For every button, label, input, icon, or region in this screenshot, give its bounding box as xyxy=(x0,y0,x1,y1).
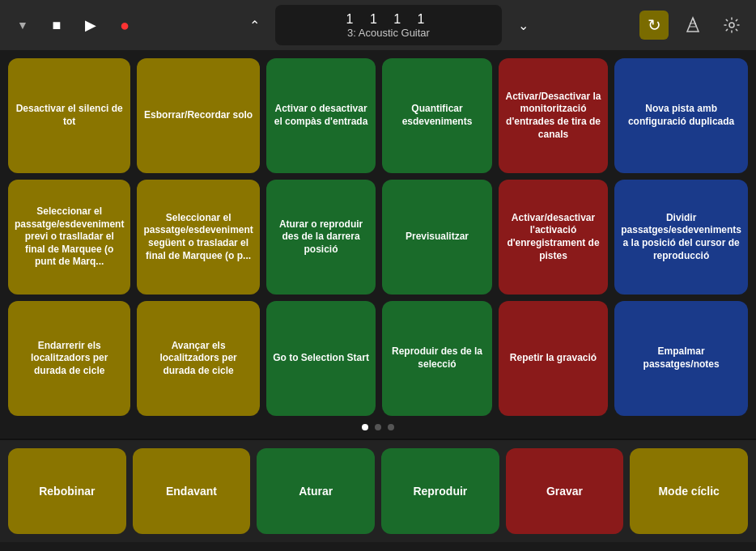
position-numbers: 1 1 1 1 xyxy=(346,12,431,27)
grid-button-10[interactable]: Previsualitzar xyxy=(382,180,491,295)
pagination xyxy=(8,416,748,439)
grid-button-11[interactable]: Activar/desactivar l'activació d'enregis… xyxy=(499,180,608,295)
chevron-up-button[interactable]: ⌃ xyxy=(240,11,269,40)
bottom-bar: RebobinarEndavantAturarReproduirGravarMo… xyxy=(0,439,756,542)
grid-button-14[interactable]: Avançar els localitzadors per durada de … xyxy=(137,301,259,416)
main-area: Desactivar el silenci de totEsborrar/Rec… xyxy=(0,50,756,439)
grid-button-9[interactable]: Aturar o reproduir des de la darrera pos… xyxy=(266,180,376,295)
top-bar: ▼ ■ ▶ ● ⌃ 1 1 1 1 3: Acoustic Guitar ⌄ ↻ xyxy=(0,0,756,50)
grid-button-15[interactable]: Go to Selection Start xyxy=(266,301,376,416)
metronome-button[interactable] xyxy=(678,11,707,40)
button-grid: Desactivar el silenci de totEsborrar/Rec… xyxy=(8,58,748,416)
grid-button-7[interactable]: Seleccionar el passatge/esdeveniment pre… xyxy=(8,180,130,295)
bottom-button-5[interactable]: Gravar xyxy=(506,448,624,534)
grid-button-12[interactable]: Dividir passatges/esdeveniments a la pos… xyxy=(614,180,748,295)
chevron-down-button[interactable]: ⌄ xyxy=(508,11,537,40)
grid-button-13[interactable]: Endarrerir els localitzadors per durada … xyxy=(8,301,130,416)
grid-button-2[interactable]: Esborrar/Recordar solo xyxy=(137,58,259,173)
play-button[interactable]: ▶ xyxy=(78,12,104,38)
grid-button-17[interactable]: Repetir la gravació xyxy=(499,301,608,416)
grid-button-4[interactable]: Quantificar esdeveniments xyxy=(382,58,491,173)
bottom-button-4[interactable]: Reproduir xyxy=(381,448,499,534)
grid-button-1[interactable]: Desactivar el silenci de tot xyxy=(8,58,130,173)
pagination-dot-2[interactable] xyxy=(375,424,381,430)
stop-button[interactable]: ■ xyxy=(44,12,70,38)
grid-button-3[interactable]: Activar o desactivar el compàs d'entrada xyxy=(266,58,376,173)
bottom-button-3[interactable]: Aturar xyxy=(257,448,375,534)
track-name: 3: Acoustic Guitar xyxy=(347,27,430,39)
position-selector[interactable]: 1 1 1 1 3: Acoustic Guitar xyxy=(275,5,502,45)
bottom-button-1[interactable]: Rebobinar xyxy=(8,448,126,534)
grid-button-18[interactable]: Empalmar passatges/notes xyxy=(614,301,748,416)
grid-button-16[interactable]: Reproduir des de la selecció xyxy=(382,301,491,416)
dropdown-arrow-button[interactable]: ▼ xyxy=(10,12,36,38)
top-bar-right: ↻ xyxy=(639,11,746,40)
svg-marker-0 xyxy=(687,18,699,32)
bottom-button-2[interactable]: Endavant xyxy=(133,448,251,534)
record-button[interactable]: ● xyxy=(112,12,138,38)
pagination-dot-3[interactable] xyxy=(388,424,394,430)
transport-controls: ▼ ■ ▶ ● xyxy=(10,12,138,38)
grid-button-6[interactable]: Nova pista amb configuració duplicada xyxy=(614,58,748,173)
pagination-dot-1[interactable] xyxy=(362,424,368,430)
bottom-button-6[interactable]: Mode cíclic xyxy=(630,448,748,534)
loop-button[interactable]: ↻ xyxy=(639,11,669,40)
grid-button-8[interactable]: Seleccionar el passatge/esdeveniment seg… xyxy=(137,180,259,295)
svg-line-1 xyxy=(693,18,696,26)
grid-button-5[interactable]: Activar/Desactivar la monitorització d'e… xyxy=(499,58,608,173)
svg-point-4 xyxy=(729,23,734,28)
settings-button[interactable] xyxy=(717,11,746,40)
